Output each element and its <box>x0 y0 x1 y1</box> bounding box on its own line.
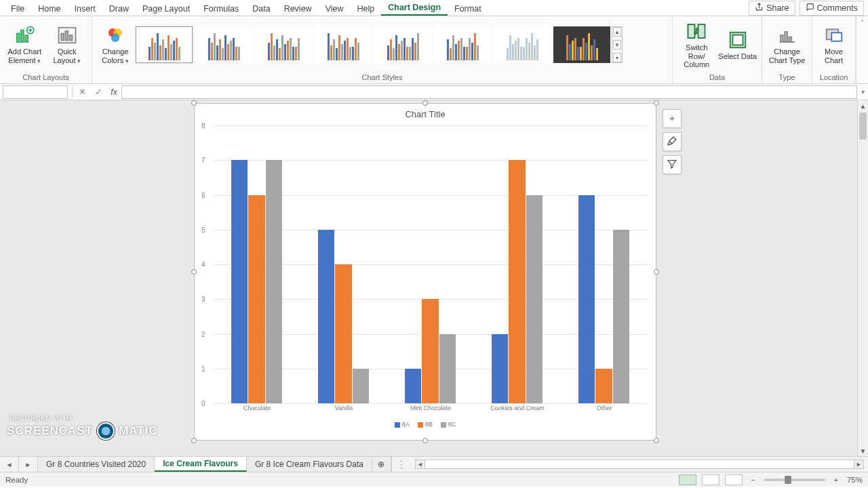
chart-styles-button[interactable] <box>663 132 682 151</box>
tab-file[interactable]: File <box>4 2 31 16</box>
resize-handle-sw[interactable] <box>191 438 197 443</box>
zoom-slider[interactable] <box>764 479 825 481</box>
tab-insert[interactable]: Insert <box>68 2 102 16</box>
tab-draw[interactable]: Draw <box>102 2 136 16</box>
chart-style-thumb-2[interactable] <box>195 26 252 63</box>
tab-view[interactable]: View <box>319 2 351 16</box>
chart-elements-button[interactable]: ＋ <box>663 109 682 128</box>
sheet-nav-next[interactable]: ► <box>19 457 38 472</box>
chart-legend[interactable]: 8A8B8C <box>195 421 656 428</box>
drag-handle-icon[interactable]: ⋮ <box>392 458 411 471</box>
hscroll-left-button[interactable]: ◄ <box>416 460 425 468</box>
bar-8B-Cookies-and-Cream[interactable] <box>509 160 525 403</box>
bar-8A-Vanilla[interactable] <box>318 230 334 403</box>
move-chart-button[interactable]: Move Chart <box>816 24 851 64</box>
quick-layout-button[interactable]: Quick Layout <box>47 24 88 64</box>
view-page-break-button[interactable] <box>725 474 743 485</box>
resize-handle-ne[interactable] <box>654 100 659 106</box>
bar-8C-Mint-Chocolate[interactable] <box>439 334 456 404</box>
bar-8A-Other[interactable] <box>578 195 595 404</box>
x-tick-label: Chocolate <box>243 405 271 411</box>
comment-icon <box>806 3 814 14</box>
plus-icon: ＋ <box>667 113 677 125</box>
bar-8B-Other[interactable] <box>595 369 612 403</box>
chart-style-thumb-8[interactable] <box>553 26 610 63</box>
expand-formula-bar-button[interactable]: ▾ <box>857 88 868 96</box>
bar-8B-Chocolate[interactable] <box>248 195 264 404</box>
select-data-button[interactable]: Select Data <box>718 29 758 61</box>
chart-style-thumb-5[interactable] <box>374 26 431 63</box>
legend-item-8C[interactable]: 8C <box>441 421 456 428</box>
tab-data[interactable]: Data <box>245 2 277 16</box>
styles-up-button[interactable]: ▲ <box>613 27 621 37</box>
horizontal-scrollbar[interactable]: ◄ ► <box>415 460 864 469</box>
svg-rect-7 <box>70 35 73 41</box>
view-page-layout-button[interactable] <box>702 474 719 485</box>
tab-home[interactable]: Home <box>31 2 67 16</box>
tab-formulas[interactable]: Formulas <box>197 2 245 16</box>
sheet-tab-3[interactable]: Gr 8 Ice Cream Flavours Data <box>247 457 372 472</box>
chart-style-thumb-4[interactable] <box>315 26 372 63</box>
resize-handle-w[interactable] <box>191 269 197 274</box>
resize-handle-n[interactable] <box>422 100 428 106</box>
tab-page-layout[interactable]: Page Layout <box>136 2 197 16</box>
resize-handle-se[interactable] <box>654 438 659 443</box>
tab-chart-design[interactable]: Chart Design <box>381 1 448 16</box>
sheet-tab-1[interactable]: Gr 8 Countries Visited 2020 <box>38 457 155 472</box>
chart-title[interactable]: Chart Title <box>195 104 656 122</box>
resize-handle-s[interactable] <box>422 438 428 443</box>
bar-8C-Cookies-and-Cream[interactable] <box>526 195 542 404</box>
new-sheet-button[interactable]: ⊕ <box>372 457 391 472</box>
scroll-down-button[interactable]: ▼ <box>858 445 868 456</box>
chart-style-thumb-7[interactable] <box>494 26 551 63</box>
scroll-up-button[interactable]: ▲ <box>858 100 868 111</box>
formula-input[interactable] <box>121 85 857 99</box>
vertical-scrollbar[interactable]: ▲ ▼ <box>857 100 868 456</box>
sheet-nav-prev[interactable]: ◄ <box>0 457 19 472</box>
chart-object[interactable]: ＋ Chart Title 012345678 ChocolateVanilla… <box>194 103 656 441</box>
enter-formula-button[interactable]: ✓ <box>90 87 106 97</box>
cancel-formula-button[interactable]: ✕ <box>74 87 90 97</box>
change-colors-button[interactable]: Change Colors <box>96 24 134 64</box>
tab-help[interactable]: Help <box>351 2 382 16</box>
chart-style-thumb-6[interactable] <box>434 26 491 63</box>
bar-8C-Other[interactable] <box>613 230 629 403</box>
fx-icon[interactable]: fx <box>106 87 121 97</box>
view-normal-button[interactable] <box>679 474 696 485</box>
hscroll-right-button[interactable]: ► <box>854 460 863 468</box>
y-tick-label: 6 <box>201 191 205 199</box>
chart-style-thumb-3[interactable] <box>255 26 312 63</box>
zoom-level[interactable]: 75% <box>847 476 863 484</box>
switch-row-column-button[interactable]: Switch Row/ Column <box>677 20 717 69</box>
legend-item-8B[interactable]: 8B <box>418 421 433 428</box>
plot-area[interactable]: 012345678 <box>214 125 648 403</box>
tab-format[interactable]: Format <box>448 2 488 16</box>
chart-style-thumb-1[interactable] <box>136 26 193 63</box>
bar-8C-Chocolate[interactable] <box>266 160 282 403</box>
sheet-tab-2[interactable]: Ice Cream Flavours <box>155 457 247 472</box>
collapse-ribbon-button[interactable]: ˄ <box>856 16 868 83</box>
add-chart-element-button[interactable]: Add Chart Element <box>4 24 45 64</box>
bar-8B-Vanilla[interactable] <box>335 264 351 403</box>
name-box[interactable] <box>3 85 68 99</box>
zoom-out-button[interactable]: − <box>748 476 759 484</box>
styles-down-button[interactable]: ▼ <box>613 40 621 49</box>
resize-handle-e[interactable] <box>654 269 659 274</box>
zoom-in-button[interactable]: + <box>831 476 842 484</box>
chart-filters-button[interactable] <box>663 155 682 174</box>
tab-review[interactable]: Review <box>277 2 319 16</box>
worksheet-area[interactable]: ▲ ▼ ＋ Chart Title 012345678 ChocolateVan… <box>0 100 868 456</box>
comments-button[interactable]: Comments <box>800 1 864 16</box>
zoom-thumb[interactable] <box>785 476 791 484</box>
resize-handle-nw[interactable] <box>191 100 197 106</box>
share-button[interactable]: Share <box>749 1 795 16</box>
scroll-thumb[interactable] <box>859 113 867 140</box>
bar-8A-Cookies-and-Cream[interactable] <box>492 334 508 404</box>
legend-item-8A[interactable]: 8A <box>395 421 410 428</box>
bar-8B-Mint-Chocolate[interactable] <box>422 299 438 403</box>
change-chart-type-button[interactable]: Change Chart Type <box>766 24 808 64</box>
bar-8A-Mint-Chocolate[interactable] <box>405 369 421 403</box>
bar-8C-Vanilla[interactable] <box>353 369 369 403</box>
bar-8A-Chocolate[interactable] <box>231 160 248 403</box>
styles-more-button[interactable]: ▾ <box>613 53 621 62</box>
